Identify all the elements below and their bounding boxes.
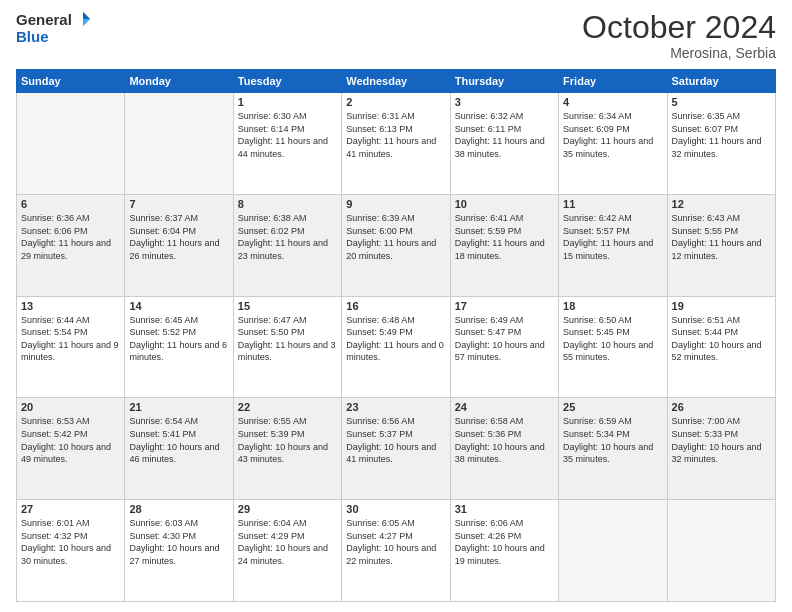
calendar-cell [667, 500, 775, 602]
day-info: Sunrise: 6:39 AM Sunset: 6:00 PM Dayligh… [346, 212, 445, 262]
day-number: 23 [346, 401, 445, 413]
day-number: 27 [21, 503, 120, 515]
calendar-cell: 23Sunrise: 6:56 AM Sunset: 5:37 PM Dayli… [342, 398, 450, 500]
calendar-cell: 29Sunrise: 6:04 AM Sunset: 4:29 PM Dayli… [233, 500, 341, 602]
calendar-cell: 12Sunrise: 6:43 AM Sunset: 5:55 PM Dayli… [667, 194, 775, 296]
weekday-header-monday: Monday [125, 70, 233, 93]
day-number: 24 [455, 401, 554, 413]
day-info: Sunrise: 6:59 AM Sunset: 5:34 PM Dayligh… [563, 415, 662, 465]
day-number: 13 [21, 300, 120, 312]
day-info: Sunrise: 6:32 AM Sunset: 6:11 PM Dayligh… [455, 110, 554, 160]
svg-marker-0 [83, 12, 90, 19]
calendar-table: SundayMondayTuesdayWednesdayThursdayFrid… [16, 69, 776, 602]
calendar-cell: 7Sunrise: 6:37 AM Sunset: 6:04 PM Daylig… [125, 194, 233, 296]
calendar-cell [17, 93, 125, 195]
calendar-cell: 25Sunrise: 6:59 AM Sunset: 5:34 PM Dayli… [559, 398, 667, 500]
day-info: Sunrise: 6:50 AM Sunset: 5:45 PM Dayligh… [563, 314, 662, 364]
calendar-cell: 17Sunrise: 6:49 AM Sunset: 5:47 PM Dayli… [450, 296, 558, 398]
day-number: 30 [346, 503, 445, 515]
calendar-cell [559, 500, 667, 602]
day-info: Sunrise: 6:05 AM Sunset: 4:27 PM Dayligh… [346, 517, 445, 567]
title-block: October 2024 Merosina, Serbia [582, 10, 776, 61]
calendar-cell: 9Sunrise: 6:39 AM Sunset: 6:00 PM Daylig… [342, 194, 450, 296]
calendar-cell: 6Sunrise: 6:36 AM Sunset: 6:06 PM Daylig… [17, 194, 125, 296]
page: General Blue October 2024 Merosina, Serb… [0, 0, 792, 612]
day-info: Sunrise: 6:37 AM Sunset: 6:04 PM Dayligh… [129, 212, 228, 262]
day-info: Sunrise: 6:58 AM Sunset: 5:36 PM Dayligh… [455, 415, 554, 465]
day-info: Sunrise: 6:47 AM Sunset: 5:50 PM Dayligh… [238, 314, 337, 364]
calendar-cell: 2Sunrise: 6:31 AM Sunset: 6:13 PM Daylig… [342, 93, 450, 195]
day-number: 26 [672, 401, 771, 413]
weekday-header-friday: Friday [559, 70, 667, 93]
calendar-cell: 31Sunrise: 6:06 AM Sunset: 4:26 PM Dayli… [450, 500, 558, 602]
day-info: Sunrise: 6:36 AM Sunset: 6:06 PM Dayligh… [21, 212, 120, 262]
logo-text-blue: Blue [16, 28, 49, 45]
calendar-week-row: 20Sunrise: 6:53 AM Sunset: 5:42 PM Dayli… [17, 398, 776, 500]
logo-text-general: General [16, 11, 72, 28]
day-number: 12 [672, 198, 771, 210]
calendar-cell: 30Sunrise: 6:05 AM Sunset: 4:27 PM Dayli… [342, 500, 450, 602]
day-number: 2 [346, 96, 445, 108]
calendar-week-row: 1Sunrise: 6:30 AM Sunset: 6:14 PM Daylig… [17, 93, 776, 195]
day-number: 9 [346, 198, 445, 210]
calendar-cell: 10Sunrise: 6:41 AM Sunset: 5:59 PM Dayli… [450, 194, 558, 296]
day-info: Sunrise: 6:30 AM Sunset: 6:14 PM Dayligh… [238, 110, 337, 160]
calendar-cell: 22Sunrise: 6:55 AM Sunset: 5:39 PM Dayli… [233, 398, 341, 500]
calendar-cell: 1Sunrise: 6:30 AM Sunset: 6:14 PM Daylig… [233, 93, 341, 195]
day-info: Sunrise: 6:44 AM Sunset: 5:54 PM Dayligh… [21, 314, 120, 364]
weekday-header-thursday: Thursday [450, 70, 558, 93]
calendar-cell: 18Sunrise: 6:50 AM Sunset: 5:45 PM Dayli… [559, 296, 667, 398]
calendar-cell: 3Sunrise: 6:32 AM Sunset: 6:11 PM Daylig… [450, 93, 558, 195]
calendar-cell: 26Sunrise: 7:00 AM Sunset: 5:33 PM Dayli… [667, 398, 775, 500]
day-number: 18 [563, 300, 662, 312]
calendar-week-row: 13Sunrise: 6:44 AM Sunset: 5:54 PM Dayli… [17, 296, 776, 398]
day-number: 17 [455, 300, 554, 312]
day-info: Sunrise: 6:54 AM Sunset: 5:41 PM Dayligh… [129, 415, 228, 465]
day-number: 8 [238, 198, 337, 210]
day-number: 15 [238, 300, 337, 312]
calendar-cell: 14Sunrise: 6:45 AM Sunset: 5:52 PM Dayli… [125, 296, 233, 398]
calendar-cell: 24Sunrise: 6:58 AM Sunset: 5:36 PM Dayli… [450, 398, 558, 500]
day-info: Sunrise: 6:51 AM Sunset: 5:44 PM Dayligh… [672, 314, 771, 364]
logo-icon [74, 10, 92, 28]
day-number: 19 [672, 300, 771, 312]
day-info: Sunrise: 6:35 AM Sunset: 6:07 PM Dayligh… [672, 110, 771, 160]
calendar-cell: 15Sunrise: 6:47 AM Sunset: 5:50 PM Dayli… [233, 296, 341, 398]
day-info: Sunrise: 6:34 AM Sunset: 6:09 PM Dayligh… [563, 110, 662, 160]
svg-marker-1 [83, 19, 90, 26]
weekday-header-saturday: Saturday [667, 70, 775, 93]
day-number: 11 [563, 198, 662, 210]
day-number: 31 [455, 503, 554, 515]
calendar-cell: 27Sunrise: 6:01 AM Sunset: 4:32 PM Dayli… [17, 500, 125, 602]
calendar-cell: 8Sunrise: 6:38 AM Sunset: 6:02 PM Daylig… [233, 194, 341, 296]
calendar-cell: 4Sunrise: 6:34 AM Sunset: 6:09 PM Daylig… [559, 93, 667, 195]
day-number: 6 [21, 198, 120, 210]
day-info: Sunrise: 6:38 AM Sunset: 6:02 PM Dayligh… [238, 212, 337, 262]
day-info: Sunrise: 6:49 AM Sunset: 5:47 PM Dayligh… [455, 314, 554, 364]
day-info: Sunrise: 6:43 AM Sunset: 5:55 PM Dayligh… [672, 212, 771, 262]
weekday-header-row: SundayMondayTuesdayWednesdayThursdayFrid… [17, 70, 776, 93]
day-info: Sunrise: 6:55 AM Sunset: 5:39 PM Dayligh… [238, 415, 337, 465]
day-info: Sunrise: 6:56 AM Sunset: 5:37 PM Dayligh… [346, 415, 445, 465]
calendar-cell: 21Sunrise: 6:54 AM Sunset: 5:41 PM Dayli… [125, 398, 233, 500]
day-info: Sunrise: 6:06 AM Sunset: 4:26 PM Dayligh… [455, 517, 554, 567]
day-number: 28 [129, 503, 228, 515]
logo: General Blue [16, 10, 92, 45]
day-info: Sunrise: 6:03 AM Sunset: 4:30 PM Dayligh… [129, 517, 228, 567]
calendar-cell: 11Sunrise: 6:42 AM Sunset: 5:57 PM Dayli… [559, 194, 667, 296]
day-number: 29 [238, 503, 337, 515]
weekday-header-wednesday: Wednesday [342, 70, 450, 93]
calendar-week-row: 27Sunrise: 6:01 AM Sunset: 4:32 PM Dayli… [17, 500, 776, 602]
day-number: 10 [455, 198, 554, 210]
calendar-cell: 19Sunrise: 6:51 AM Sunset: 5:44 PM Dayli… [667, 296, 775, 398]
day-number: 25 [563, 401, 662, 413]
day-number: 5 [672, 96, 771, 108]
day-number: 4 [563, 96, 662, 108]
day-info: Sunrise: 6:53 AM Sunset: 5:42 PM Dayligh… [21, 415, 120, 465]
calendar-week-row: 6Sunrise: 6:36 AM Sunset: 6:06 PM Daylig… [17, 194, 776, 296]
day-info: Sunrise: 6:41 AM Sunset: 5:59 PM Dayligh… [455, 212, 554, 262]
day-info: Sunrise: 6:01 AM Sunset: 4:32 PM Dayligh… [21, 517, 120, 567]
day-number: 3 [455, 96, 554, 108]
day-info: Sunrise: 6:45 AM Sunset: 5:52 PM Dayligh… [129, 314, 228, 364]
day-number: 21 [129, 401, 228, 413]
